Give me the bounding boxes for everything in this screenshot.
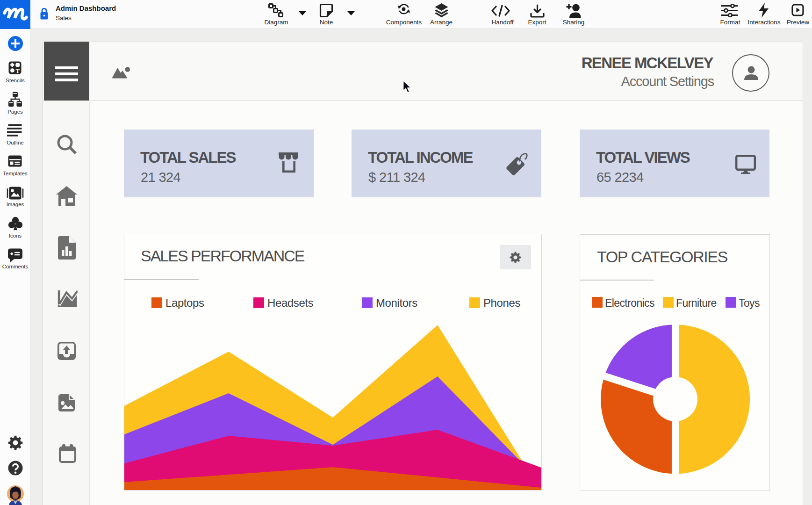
svg-text:T: T (15, 67, 20, 74)
